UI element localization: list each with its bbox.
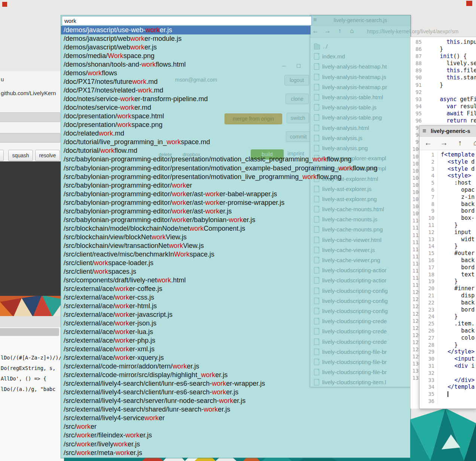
search-result-row[interactable]: /src/babylonian-programming-editor/worke… [61,216,411,224]
search-result-row[interactable]: /demos/javascript/use-web-worker.js [61,26,311,34]
search-result-row[interactable]: /src/external/lively4-serviceworker [61,414,411,422]
search-result-row[interactable]: /demos/workflows [61,69,411,78]
search-result-row[interactable]: /src/blockchain/view/transactionNetworkV… [61,242,411,250]
editor-title-bar[interactable]: ≡ lively-generic-s [419,126,476,137]
search-result-row[interactable]: /demos/media/Workspace.png [61,52,411,60]
search-result-row[interactable]: /doc/tutorial/workflow.md [61,146,411,155]
code-line[interactable]: 10 box- [419,215,476,222]
code-line[interactable]: 25 .item. [419,320,476,327]
code-line[interactable]: 94 var resul [411,103,476,110]
code-line[interactable]: 17 bord [419,264,476,271]
search-result-row[interactable]: /src/external/code-mirror/src/display/hi… [61,371,411,379]
code-line[interactable]: 33 </div> [419,377,476,384]
search-result-row[interactable]: /doc/relatedwork.md [61,129,411,138]
code-line[interactable]: 6 opac [419,186,476,194]
code-line[interactable]: 24 } [419,313,476,320]
code-line[interactable]: 85 this.inpu [411,39,476,46]
code-line[interactable]: 15 #outer [419,250,476,257]
code-line[interactable]: 96 return re [411,117,476,124]
code-line[interactable]: 27 colo [419,334,476,342]
code-line[interactable]: 34 </templa [419,383,476,391]
code-line[interactable]: 28 } [419,342,476,349]
code-line[interactable]: 9 bord [419,207,476,215]
search-result-row[interactable]: /src/babylonian-programming-editor/worke… [61,190,411,198]
code-line[interactable]: 36 [419,398,476,405]
search-result-row[interactable]: /src/blockchain/model/blockchainNode/net… [61,224,411,233]
search-result-row[interactable]: /src/external/ace/worker-php.js [61,336,411,345]
code-line[interactable]: 89 this.file [411,67,476,74]
code-line[interactable]: 19 } [419,278,476,285]
code-line[interactable]: 5 :host [419,179,476,186]
search-result-row[interactable]: /src/babylonian-programming-editor/worke… [61,207,411,216]
search-input[interactable]: work [62,16,312,25]
code-line[interactable]: 2 <style d [419,158,476,166]
search-result-row[interactable]: /src/external/ace/worker-css.js [61,293,411,302]
hamburger-icon[interactable]: ≡ [422,127,426,135]
code-line[interactable]: 86 } [411,46,476,53]
desktop-item-red[interactable] [2,2,7,7]
back-icon[interactable]: ← [422,139,434,147]
code-line[interactable]: 31 <div i [419,363,476,370]
search-result-row[interactable]: /doc/tutorial/live_programming_in_worksp… [61,138,411,146]
panel-bar[interactable] [0,328,59,336]
search-result-row[interactable]: /src/babylonian-programming-editor/prese… [61,155,411,164]
search-result-row[interactable]: /src/external/ace/worker-lua.js [61,328,411,336]
forward-icon[interactable]: → [438,139,449,147]
code-line[interactable]: 35 [419,391,476,398]
code-line[interactable]: 1f<template [419,151,476,158]
search-result-row[interactable]: /doc/presentation/workspace.html [61,112,411,121]
code-line[interactable]: 16 back [419,257,476,264]
search-result-row[interactable]: /src/components/draft/lively-network.htm… [61,276,411,285]
code-line[interactable]: 14 } [419,243,476,250]
code-line[interactable]: 23 bord [419,306,476,313]
resolve-button[interactable]: resolve [35,150,60,161]
code-line[interactable]: 32 [419,370,476,377]
search-result-row[interactable]: /src/external/ace/worker-html.js [61,302,411,310]
code-line[interactable]: 13 widt [419,236,476,243]
search-result-row[interactable]: /src/blockchain/view/blockNetworkView.js [61,233,411,242]
search-result-row[interactable]: /src/client/workspaces.js [61,267,411,276]
search-result-row[interactable]: /demos/javascript/webworker-module.js [61,34,411,43]
input-field[interactable] [0,112,60,122]
search-result-row[interactable]: /src/external/ace/worker-xml.js [61,345,411,354]
code-line[interactable]: 3 <style d [419,166,476,173]
search-result-row[interactable]: /src/external/ace/worker-javascript.js [61,310,411,319]
code-line[interactable]: 8 back [419,201,476,208]
code-line[interactable]: 93 async getFi [411,96,476,103]
up-icon[interactable]: ↑ [454,139,466,147]
search-result-row[interactable]: /src/external/lively4-search/server/lunr… [61,397,411,405]
search-result-row[interactable]: /src/worker [61,422,411,431]
code-line[interactable]: 18 text [419,271,476,278]
search-result-row[interactable]: /doc/notes/service-worker.md [61,103,411,112]
home-icon[interactable]: ⌂ [470,139,476,147]
search-result-row[interactable]: /src/external/ace/worker-xquery.js [61,354,411,362]
code-line[interactable]: 29 </style> [419,348,476,355]
input-field[interactable] [0,133,60,143]
search-result-row[interactable]: /src/babylonian-programming-editor/prese… [61,173,411,181]
search-result-row[interactable]: /src/external/code-mirror/addon/tern/wor… [61,362,411,371]
code-line[interactable]: 90 this.star [411,74,476,81]
desktop-item-red[interactable] [466,1,472,6]
code-line[interactable]: 11 } [419,222,476,229]
search-result-row[interactable]: /src/babylonian-programming-editor/prese… [61,164,411,173]
code-line[interactable]: 95 await Fil [411,110,476,117]
search-result-row[interactable]: /demos/javascript/webworker.js [61,43,411,52]
code-line[interactable]: 87 init() { [411,53,476,60]
search-result-row[interactable]: /src/babylonian-programming-editor/worke… [61,181,411,190]
search-result-row[interactable]: /src/external/lively4-search/shared/lunr… [61,405,411,414]
search-result-row[interactable]: /src/worker/fileindex-worker.js [61,431,411,440]
code-line[interactable]: 30 <input [419,355,476,363]
search-result-row[interactable]: /demos/shonan/tools-and-workflows.html [61,60,411,69]
code-line[interactable]: 26 back [419,327,476,334]
code-line[interactable]: 12 input [419,229,476,236]
code-line[interactable]: 88 lively.se [411,60,476,67]
code-line[interactable]: 92 [411,89,476,96]
search-result-row[interactable]: /src/client/workspace-loader.js [61,259,411,267]
code-line[interactable]: 20 #inner [419,285,476,292]
search-result-row[interactable]: /src/babylonian-programming-editor/worke… [61,198,411,207]
code-line[interactable]: 22 back [419,299,476,306]
code-line[interactable]: 21 disp [419,292,476,299]
squash-button[interactable]: squash [8,150,33,161]
code-line[interactable]: 4 <style> [419,172,476,179]
search-result-row[interactable]: /src/worker/meta-worker.js [61,449,411,457]
